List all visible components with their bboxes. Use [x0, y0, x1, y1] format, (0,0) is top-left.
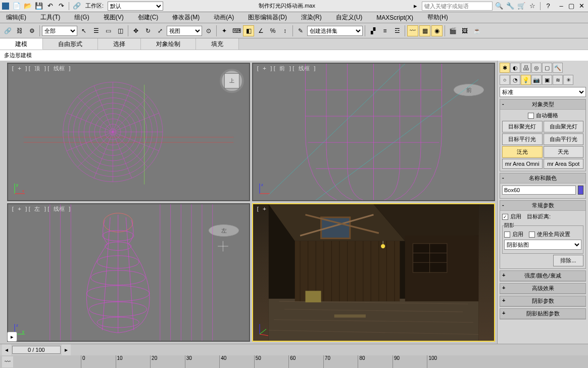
- btn-skylight[interactable]: 天光: [544, 146, 584, 158]
- object-name-input[interactable]: [502, 186, 576, 195]
- hierarchy-tab-icon[interactable]: 品: [521, 63, 531, 73]
- object-color-swatch[interactable]: [578, 186, 583, 195]
- ribbon-panel-polymodeling[interactable]: 多边形建模: [0, 50, 588, 61]
- light-on-checkbox[interactable]: [502, 214, 508, 220]
- menu-edit[interactable]: 编辑(E): [4, 12, 28, 23]
- wrench-icon[interactable]: 🔧: [506, 2, 515, 11]
- viewport-camera[interactable]: [ + ][ Camera01 ][ 平滑 + 高光 ]: [252, 203, 495, 342]
- select-icon[interactable]: ↖: [78, 25, 89, 36]
- select-window-icon[interactable]: ◫: [115, 25, 126, 36]
- create-tab-icon[interactable]: ✱: [500, 63, 510, 73]
- named-set-edit-icon[interactable]: ✎: [295, 25, 306, 36]
- viewport-front[interactable]: [ + ][ 前 ][ 线框 ] 前 z: [252, 63, 495, 201]
- render-frame-icon[interactable]: 🖼: [459, 25, 470, 36]
- play-icon[interactable]: ▸: [411, 2, 420, 11]
- menu-group[interactable]: 组(G): [72, 12, 91, 23]
- menu-rendering[interactable]: 渲染(R): [299, 12, 324, 23]
- cart-icon[interactable]: 🛒: [517, 2, 526, 11]
- time-slider[interactable]: 0 / 100: [12, 346, 61, 354]
- mirror-icon[interactable]: ▞: [367, 25, 378, 36]
- rollout-hdr-shadowmap[interactable]: +阴影贴图参数: [500, 309, 585, 319]
- menu-help[interactable]: 帮助(H): [425, 12, 450, 23]
- btn-free-dir[interactable]: 自由平行光: [544, 133, 584, 145]
- ref-coord-select[interactable]: 视图: [167, 26, 202, 36]
- subcategory-select[interactable]: 标准: [500, 87, 586, 97]
- btn-omni[interactable]: 泛光: [502, 146, 543, 158]
- percent-snap-icon[interactable]: %: [267, 25, 278, 36]
- named-selection-set[interactable]: 创建选择集: [307, 26, 363, 36]
- time-ruler[interactable]: 0 10 20 30 40 50 60 70 80 90 100: [81, 355, 462, 368]
- open-icon[interactable]: 📂: [23, 2, 32, 11]
- spinner-snap-icon[interactable]: ↕: [279, 25, 290, 36]
- angle-snap-icon[interactable]: ∠: [255, 25, 266, 36]
- shapes-icon[interactable]: ◔: [510, 75, 520, 85]
- workspace-select[interactable]: 默认: [108, 2, 163, 11]
- ribbon-tab-freeform[interactable]: 自由形式: [43, 38, 98, 50]
- search-input[interactable]: [422, 2, 493, 11]
- minimize-button[interactable]: –: [557, 2, 566, 11]
- viewport-top[interactable]: [ + ][ 顶 ][ 线框 ] 上 xy: [7, 63, 250, 201]
- material-icon[interactable]: ◉: [431, 25, 443, 36]
- scale-icon[interactable]: ⤢: [155, 25, 166, 36]
- menu-view[interactable]: 视图(V): [102, 12, 126, 23]
- move-icon[interactable]: ✥: [130, 25, 141, 36]
- exclude-button[interactable]: 排除...: [553, 255, 583, 266]
- spacewarps-icon[interactable]: ≋: [553, 75, 563, 85]
- cameras-icon[interactable]: 📷: [531, 75, 542, 85]
- shadow-type-select[interactable]: 阴影贴图: [504, 240, 581, 250]
- menu-maxscript[interactable]: MAXScript(X): [374, 13, 415, 22]
- maximize-button[interactable]: ▢: [567, 2, 576, 11]
- rollout-hdr-namecolor[interactable]: -名称和颜色: [500, 173, 585, 183]
- geometry-icon[interactable]: ○: [500, 75, 510, 85]
- selection-filter[interactable]: 全部: [42, 26, 77, 36]
- helpers-icon[interactable]: ▣: [542, 75, 552, 85]
- link-tool-icon[interactable]: 🔗: [2, 25, 13, 36]
- redo-icon[interactable]: ↷: [57, 2, 66, 11]
- timeline-next[interactable]: ▸: [62, 344, 71, 355]
- motion-tab-icon[interactable]: ◎: [531, 63, 542, 73]
- rotate-icon[interactable]: ↻: [142, 25, 154, 36]
- viewport-left[interactable]: [ + ][ 左 ][ 线框 ] 左 zy: [7, 203, 250, 342]
- manip-icon[interactable]: ✦: [219, 25, 230, 36]
- timeline-prev[interactable]: ◂: [2, 344, 11, 355]
- menu-modifiers[interactable]: 修改器(M): [170, 12, 202, 23]
- schematic-icon[interactable]: ▦: [419, 25, 430, 36]
- display-tab-icon[interactable]: ▢: [542, 63, 552, 73]
- autogrid-checkbox[interactable]: [528, 113, 534, 119]
- layers-icon[interactable]: ☲: [391, 25, 403, 36]
- menu-tools[interactable]: 工具(T): [38, 12, 62, 23]
- btn-free-spot[interactable]: 自由聚光灯: [544, 121, 584, 132]
- rollout-hdr-advanced[interactable]: +高级效果: [500, 284, 585, 294]
- ribbon-tab-selection[interactable]: 选择: [98, 38, 141, 50]
- undo-icon[interactable]: ↶: [45, 2, 55, 11]
- systems-icon[interactable]: ✳: [563, 75, 573, 85]
- snap-icon[interactable]: ◧: [243, 25, 254, 36]
- ribbon-tab-populate[interactable]: 填充: [196, 38, 239, 50]
- menu-animation[interactable]: 动画(A): [212, 12, 236, 23]
- rollout-hdr-intensity[interactable]: +强度/颜色/衰减: [500, 271, 585, 281]
- shadow-on-checkbox[interactable]: [504, 232, 510, 238]
- utilities-tab-icon[interactable]: 🔨: [553, 63, 563, 73]
- unlink-tool-icon[interactable]: ⛓: [14, 25, 25, 36]
- btn-target-dir[interactable]: 目标平行光: [502, 133, 543, 145]
- keyboard-icon[interactable]: ⌨: [231, 25, 242, 36]
- new-icon[interactable]: 📄: [12, 2, 21, 11]
- rollout-hdr-general[interactable]: -常规参数: [500, 201, 585, 211]
- star-icon[interactable]: ☆: [528, 2, 537, 11]
- binoculars-icon[interactable]: 🔍: [495, 2, 504, 11]
- bind-tool-icon[interactable]: ⚙: [26, 25, 37, 36]
- curve-editor-icon[interactable]: 〰: [407, 25, 418, 36]
- btn-mr-omni[interactable]: mr Area Omni: [502, 159, 543, 169]
- select-name-icon[interactable]: ☰: [90, 25, 102, 36]
- close-button[interactable]: ✕: [577, 2, 586, 11]
- align-icon[interactable]: ≡: [379, 25, 390, 36]
- rollout-hdr-shadowp[interactable]: +阴影参数: [500, 296, 585, 306]
- help-icon[interactable]: ?: [544, 2, 553, 11]
- mini-curve-icon[interactable]: 〰: [2, 356, 13, 367]
- link-icon[interactable]: 🔗: [72, 2, 81, 11]
- menu-grapheditors[interactable]: 图形编辑器(D): [246, 12, 289, 23]
- render-icon[interactable]: ☕: [471, 25, 482, 36]
- global-checkbox[interactable]: [529, 232, 535, 238]
- pivot-icon[interactable]: ⊙: [203, 25, 214, 36]
- menu-customize[interactable]: 自定义(U): [334, 12, 365, 23]
